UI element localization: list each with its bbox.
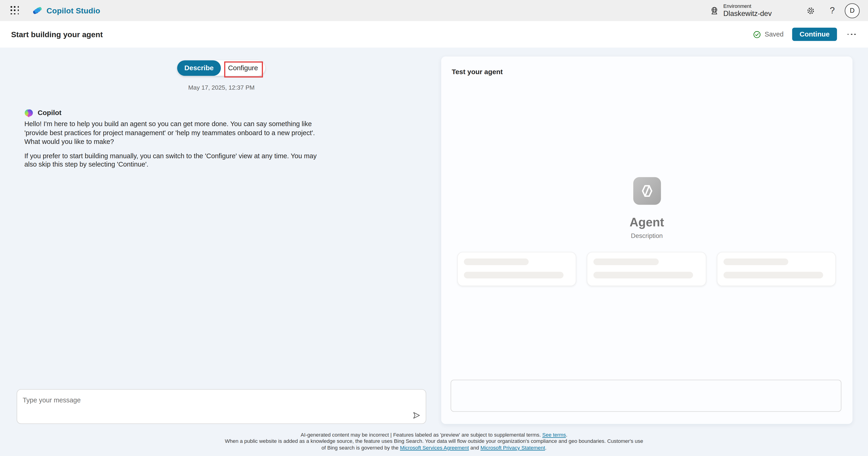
see-terms-link[interactable]: See terms [542,432,566,438]
page-header: Start building your agent Saved Continue [0,21,868,48]
help-icon: ? [830,5,835,16]
environment-picker[interactable]: Environment Dlaskewitz-dev [710,3,772,18]
continue-button[interactable]: Continue [793,28,837,41]
agent-description: Description [631,233,663,239]
disclaimer-line-1: AI-generated content may be incorrect | … [0,432,868,438]
tab-describe[interactable]: Describe [177,60,221,76]
gear-icon [806,6,815,15]
test-panel-title: Test your agent [452,68,503,76]
agent-name: Agent [629,215,664,230]
message-paragraph-1: Hello! I'm here to help you build an age… [24,120,323,147]
message-paragraph-2: If you prefer to start building manually… [24,152,323,170]
copilot-message: Hello! I'm here to help you build an age… [24,120,323,175]
app-launcher-icon[interactable] [11,6,20,15]
skeleton-card [717,252,836,286]
agent-placeholder-icon [633,177,661,205]
footer-disclaimer: AI-generated content may be incorrect | … [0,432,868,451]
app-title: Copilot Studio [46,6,100,15]
avatar[interactable]: D [845,3,860,18]
copilot-studio-window: Copilot Studio Environment Dlaskewitz-de… [0,0,868,456]
home-link[interactable]: Copilot Studio [33,6,100,15]
copilot-icon [24,109,33,117]
disclaimer-line-2: When a public website is added as a know… [0,438,868,444]
suggestion-skeletons [457,252,836,286]
page-title: Start building your agent [11,30,103,38]
view-toggle: Describe Configure [177,60,265,76]
tab-configure[interactable]: Configure [221,60,265,76]
privacy-statement-link[interactable]: Microsoft Privacy Statement [480,445,545,451]
avatar-initial: D [850,7,855,14]
saved-label: Saved [765,30,784,38]
message-textarea[interactable] [22,395,406,422]
skeleton-card [587,252,706,286]
conversation-timestamp: May 17, 2025, 12:37 PM [138,84,305,91]
message-input[interactable] [17,389,426,424]
agent-placeholder: Agent Description [441,177,852,239]
sender-name: Copilot [38,109,61,117]
environment-name: Dlaskewitz-dev [723,9,772,18]
help-button[interactable]: ? [830,5,835,16]
copilot-studio-logo-icon [33,6,42,15]
disclaimer-text: AI-generated content may be incorrect | … [301,432,542,438]
disclaimer-line-3: of Bing search is governed by the Micros… [0,445,868,451]
test-agent-panel: Test your agent Agent Description [441,56,852,424]
more-options-button[interactable] [845,31,858,37]
services-agreement-link[interactable]: Microsoft Services Agreement [400,445,469,451]
settings-button[interactable] [806,6,815,15]
environment-label: Environment [723,3,772,9]
main-content: Describe Configure May 17, 2025, 12:37 P… [0,48,868,456]
environment-globe-icon [710,6,719,15]
save-status: Saved [753,30,784,38]
skeleton-card [457,252,577,286]
test-chat-input[interactable] [451,380,841,412]
message-header: Copilot [24,109,61,117]
more-options-icon [847,33,849,35]
send-icon[interactable] [412,411,421,420]
top-app-bar: Copilot Studio Environment Dlaskewitz-de… [0,0,868,22]
saved-check-icon [753,30,762,38]
disclaimer-text: of Bing search is governed by the [321,445,400,451]
